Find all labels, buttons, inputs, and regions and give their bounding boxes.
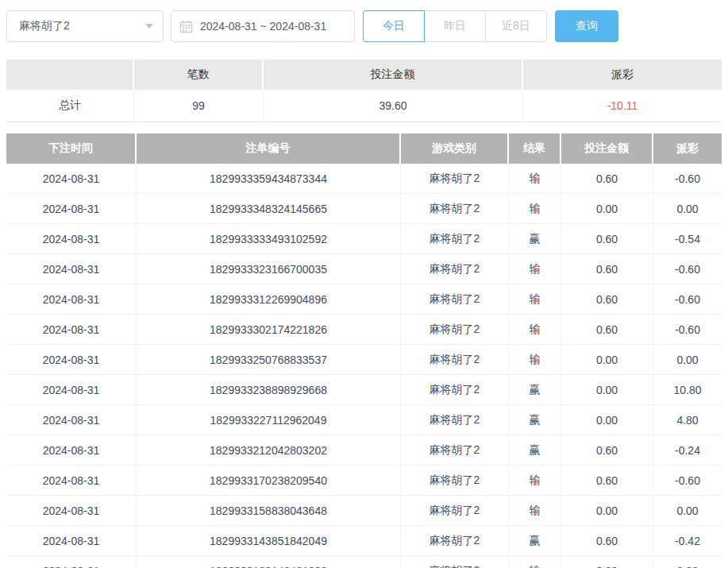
bets-header-row: 下注时间 注单编号 游戏类别 结果 投注金额 派彩	[6, 133, 722, 164]
cell-bet-time: 2024-08-31	[6, 556, 137, 568]
cell-bet-amount: 0.60	[561, 466, 653, 496]
header-result: 结果	[509, 133, 561, 164]
cell-result: 输	[509, 164, 561, 194]
cell-game-type: 麻将胡了2	[401, 405, 509, 435]
game-select[interactable]: 麻将胡了2	[6, 10, 164, 42]
cell-bet-amount: 0.00	[561, 194, 653, 224]
cell-bet-time: 2024-08-31	[6, 284, 137, 315]
cell-order-number: 1829933250768833537	[137, 345, 401, 375]
summary-header-payout: 派彩	[523, 60, 722, 90]
cell-game-type: 麻将胡了2	[401, 345, 509, 375]
cell-bet-time: 2024-08-31	[6, 466, 137, 496]
cell-order-number: 1829933348324145665	[137, 194, 401, 224]
cell-payout: -0.60	[653, 315, 722, 345]
cell-result: 输	[509, 466, 561, 496]
cell-bet-amount: 0.00	[561, 405, 653, 435]
header-game-type: 游戏类别	[401, 133, 509, 164]
cell-order-number: 1829933143851842049	[137, 526, 401, 556]
header-bet-amount: 投注金额	[561, 133, 653, 164]
calendar-icon	[179, 20, 193, 33]
cell-payout: -0.24	[653, 435, 722, 466]
cell-result: 输	[509, 345, 561, 375]
summary-payout-value: -10.11	[523, 90, 722, 122]
table-row: 2024-08-31 1829933212042803202 麻将胡了2 赢 0…	[6, 435, 722, 466]
cell-payout: -0.60	[653, 164, 722, 194]
summary-total-row: 总计 99 39.60 -10.11	[6, 90, 722, 122]
yesterday-button[interactable]: 昨日	[424, 10, 486, 42]
header-bet-time: 下注时间	[6, 133, 137, 164]
summary-bet-amount-value: 39.60	[264, 90, 523, 122]
cell-payout: 4.80	[653, 405, 722, 435]
header-payout: 派彩	[653, 133, 722, 164]
cell-game-type: 麻将胡了2	[401, 224, 509, 254]
cell-game-type: 麻将胡了2	[401, 466, 509, 496]
cell-result: 赢	[509, 526, 561, 556]
cell-bet-amount: 0.00	[561, 345, 653, 375]
query-button[interactable]: 查询	[555, 10, 618, 42]
cell-bet-amount: 0.00	[561, 496, 653, 526]
cell-payout: 0.00	[653, 556, 722, 568]
cell-bet-amount: 0.60	[561, 254, 653, 284]
cell-result: 赢	[509, 405, 561, 435]
cell-result: 赢	[509, 435, 561, 466]
cell-bet-time: 2024-08-31	[6, 194, 137, 224]
game-select-value: 麻将胡了2	[19, 19, 145, 33]
table-row: 2024-08-31 1829933227112962049 麻将胡了2 赢 0…	[6, 405, 722, 435]
cell-order-number: 1829933238898929668	[137, 375, 401, 405]
summary-table: 笔数 投注金额 派彩 总计 99 39.60 -10.11	[6, 60, 722, 122]
table-row: 2024-08-31 1829933312269904896 麻将胡了2 输 0…	[6, 284, 722, 315]
cell-game-type: 麻将胡了2	[401, 526, 509, 556]
cell-result: 输	[509, 254, 561, 284]
date-range-picker[interactable]: 2024-08-31 ~ 2024-08-31	[171, 10, 355, 42]
cell-game-type: 麻将胡了2	[401, 194, 509, 224]
cell-order-number: 1829933302174221826	[137, 315, 401, 345]
table-row: 2024-08-31 1829933359434873344 麻将胡了2 输 0…	[6, 164, 722, 194]
cell-bet-amount: 0.00	[561, 375, 653, 405]
cell-bet-time: 2024-08-31	[6, 496, 137, 526]
summary-header-bet-amount: 投注金额	[264, 60, 523, 90]
summary-header-empty	[6, 60, 134, 90]
table-row: 2024-08-31 1829933323166700035 麻将胡了2 输 0…	[6, 254, 722, 284]
table-row: 2024-08-31 1829933143851842049 麻将胡了2 赢 0…	[6, 526, 722, 556]
cell-game-type: 麻将胡了2	[401, 375, 509, 405]
summary-header-row: 笔数 投注金额 派彩	[6, 60, 722, 90]
cell-bet-amount: 0.60	[561, 315, 653, 345]
cell-payout: -0.60	[653, 466, 722, 496]
cell-order-number: 1829933158838043648	[137, 496, 401, 526]
cell-bet-time: 2024-08-31	[6, 375, 137, 405]
cell-payout: 0.00	[653, 194, 722, 224]
cell-order-number: 1829933212042803202	[137, 435, 401, 466]
today-button[interactable]: 今日	[363, 10, 425, 42]
cell-bet-time: 2024-08-31	[6, 315, 137, 345]
cell-result: 输	[509, 284, 561, 315]
table-row: 2024-08-31 1829933170238209540 麻将胡了2 输 0…	[6, 466, 722, 496]
cell-bet-time: 2024-08-31	[6, 435, 137, 466]
cell-game-type: 麻将胡了2	[401, 254, 509, 284]
cell-result: 输	[509, 556, 561, 568]
table-row: 2024-08-31 1829933333493102592 麻将胡了2 赢 0…	[6, 224, 722, 254]
chevron-down-icon	[145, 24, 153, 29]
table-row: 2024-08-31 1829933129143481088 麻将胡了2 输 0…	[6, 556, 722, 568]
cell-payout: -0.60	[653, 254, 722, 284]
table-row: 2024-08-31 1829933250768833537 麻将胡了2 输 0…	[6, 345, 722, 375]
summary-total-label: 总计	[6, 90, 134, 122]
bets-rows: 2024-08-31 1829933359434873344 麻将胡了2 输 0…	[6, 164, 722, 568]
summary-count-value: 99	[134, 90, 264, 122]
cell-order-number: 1829933333493102592	[137, 224, 401, 254]
cell-bet-time: 2024-08-31	[6, 526, 137, 556]
cell-result: 赢	[509, 224, 561, 254]
cell-game-type: 麻将胡了2	[401, 435, 509, 466]
cell-payout: -0.54	[653, 224, 722, 254]
cell-bet-amount: 0.60	[561, 224, 653, 254]
table-row: 2024-08-31 1829933158838043648 麻将胡了2 输 0…	[6, 496, 722, 526]
cell-bet-time: 2024-08-31	[6, 254, 137, 284]
bets-table: 下注时间 注单编号 游戏类别 结果 投注金额 派彩 2024-08-31 182…	[6, 133, 722, 568]
cell-payout: 0.00	[653, 345, 722, 375]
cell-payout: 10.80	[653, 375, 722, 405]
cell-game-type: 麻将胡了2	[401, 496, 509, 526]
header-order-number: 注单编号	[137, 133, 401, 164]
cell-order-number: 1829933312269904896	[137, 284, 401, 315]
cell-order-number: 1829933227112962049	[137, 405, 401, 435]
cell-game-type: 麻将胡了2	[401, 164, 509, 194]
last-8-days-button[interactable]: 近8日	[485, 10, 547, 42]
